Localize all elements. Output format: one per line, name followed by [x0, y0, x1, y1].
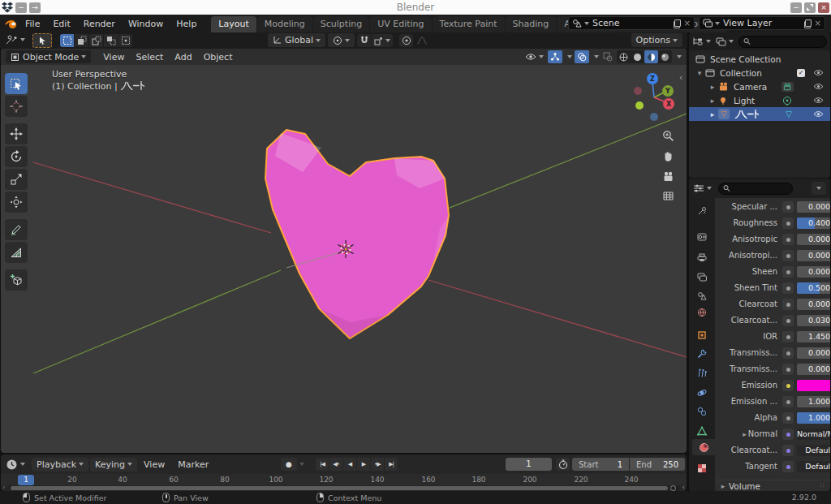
viewport-3d[interactable]: Object Mode View Select Add Object [1, 49, 687, 453]
play-button[interactable]: ▶ [357, 458, 370, 471]
camera-view-button[interactable] [659, 167, 677, 185]
properties-tab-physics[interactable] [691, 385, 713, 401]
close-icon[interactable]: × [684, 19, 691, 28]
outliner-row-collection[interactable]: ▾ Collection ✓ [689, 66, 830, 80]
shading-material-preview-button[interactable] [644, 50, 658, 63]
toolbar-cursor-tool[interactable] [5, 96, 28, 117]
expand-arrow[interactable]: › [2, 483, 6, 491]
shading-rendered-button[interactable] [658, 50, 672, 63]
socket-button[interactable] [782, 380, 794, 391]
scene-name[interactable]: Scene [589, 18, 674, 28]
outliner-filter-icon[interactable] [716, 37, 726, 46]
view-layer-name[interactable]: View Layer [720, 18, 804, 28]
chevron-down-icon[interactable] [677, 55, 682, 58]
frame-start-field[interactable]: Start 1 [572, 458, 629, 471]
xray-toggle[interactable] [601, 50, 614, 63]
properties-tab-scene[interactable] [691, 287, 713, 304]
use-preview-range-button[interactable] [556, 458, 570, 471]
socket-button[interactable] [782, 364, 794, 375]
jump-to-end-button[interactable]: ▶| [385, 458, 398, 471]
value-slider[interactable]: 1.000 [797, 412, 830, 424]
view-layer-selector[interactable]: View Layer × [699, 16, 825, 30]
proper­ties-search[interactable] [718, 183, 793, 195]
properties-tab-world[interactable] [691, 304, 713, 321]
value-slider[interactable]: 0.030 [797, 315, 830, 326]
select-mode-extend-button[interactable] [75, 34, 88, 47]
gizmo-y-axis[interactable]: Y [662, 85, 674, 97]
value-slider[interactable]: 0.000 [797, 299, 830, 310]
toolbar-select-box-tool[interactable] [5, 73, 28, 94]
auto-keying-record-button[interactable]: ● [281, 458, 297, 471]
pivot-point-dropdown[interactable] [328, 33, 355, 47]
normal-dropdown[interactable]: Normal/Map [797, 429, 830, 440]
menu-window[interactable]: Window [122, 19, 170, 29]
value-slider[interactable]: 0.000 [797, 266, 830, 278]
socket-button[interactable] [782, 299, 794, 310]
chevron-down-icon[interactable] [594, 55, 599, 58]
value-slider[interactable]: 0.500 [797, 282, 830, 294]
select-mode-intersect-button[interactable] [118, 34, 132, 47]
value-slider[interactable]: 1.000 [797, 396, 830, 407]
chevron-down-icon[interactable] [706, 40, 711, 43]
expand-right-icon[interactable]: ▸ [743, 430, 747, 438]
menu-edit[interactable]: Edit [46, 19, 76, 29]
current-frame-field[interactable]: 1 [506, 458, 552, 471]
toolbar-rotate-tool[interactable] [5, 146, 28, 167]
outliner-row-camera[interactable]: ▸ Camera [689, 80, 830, 93]
light-data-icon[interactable] [782, 96, 792, 106]
close-icon[interactable]: × [815, 19, 821, 28]
properties-tab-object[interactable] [691, 327, 713, 343]
socket-button[interactable] [782, 201, 794, 213]
tangent-dropdown[interactable]: Default [797, 461, 830, 472]
scrollbar-track[interactable] [9, 486, 679, 490]
toolbar-transform-tool[interactable] [5, 192, 28, 213]
menu-help[interactable]: Help [170, 19, 203, 29]
outliner-search-input[interactable] [751, 37, 822, 46]
viewport-menu-object[interactable]: Object [198, 52, 239, 62]
options-dropdown[interactable]: Options [631, 33, 682, 47]
properties-tab-object-data[interactable] [691, 423, 713, 439]
chevron-down-icon[interactable] [729, 40, 734, 43]
socket-button[interactable] [782, 445, 794, 456]
keying-dropdown[interactable]: Keying [90, 458, 137, 472]
socket-button[interactable] [782, 331, 794, 342]
mesh-data-icon[interactable]: ▽ [786, 110, 792, 118]
timeline-editor-type-button[interactable] [6, 459, 25, 471]
outliner-row-scene-collection[interactable]: Scene Collection [689, 52, 830, 66]
viewport-menu-add[interactable]: Add [169, 52, 197, 62]
sidebar-collapse-arrow[interactable]: ‹ [679, 73, 682, 82]
chevron-down-icon[interactable] [299, 463, 304, 466]
emission-color-swatch[interactable] [797, 380, 830, 391]
properties-search-input[interactable] [730, 184, 788, 193]
outliner-search[interactable] [738, 36, 827, 48]
eye-icon[interactable] [813, 83, 824, 90]
copy-icon[interactable] [674, 19, 681, 28]
gizmo-x-neg-axis[interactable] [634, 87, 642, 95]
properties-filter-dropdown[interactable] [812, 182, 826, 195]
proportional-edit-toggle[interactable] [399, 34, 413, 47]
playback-dropdown[interactable]: Playback [32, 458, 88, 472]
tab-modeling[interactable]: Modeling [257, 16, 312, 32]
expand-down-icon[interactable]: ▾ [695, 69, 704, 77]
gizmos-toggle[interactable] [548, 50, 562, 63]
properties-tab-tool[interactable] [691, 203, 713, 219]
snap-toggle-button[interactable] [357, 34, 371, 47]
frame-end-field[interactable]: End 250 [630, 458, 685, 471]
mode-dropdown[interactable]: Object Mode [6, 50, 91, 63]
socket-button[interactable] [782, 234, 794, 245]
socket-button[interactable] [782, 461, 794, 472]
eye-icon[interactable] [813, 97, 824, 104]
show-hide-dropdown[interactable] [523, 50, 545, 63]
tab-layout[interactable]: Layout [211, 16, 256, 32]
chevron-down-icon[interactable] [707, 187, 712, 190]
outliner-row-heart-selected[interactable]: ▸ ▽ ハート ▽ [689, 107, 830, 121]
expand-right-icon[interactable]: ▸ [708, 83, 717, 91]
timeline-menu-view[interactable]: View [137, 459, 171, 470]
properties-tab-modifiers[interactable] [691, 346, 713, 362]
toolbar-measure-tool[interactable] [5, 242, 28, 263]
tab-uv-editing[interactable]: UV Editing [370, 16, 431, 32]
toolbar-move-tool[interactable] [5, 123, 28, 144]
copy-icon[interactable] [804, 19, 812, 28]
properties-tab-render[interactable] [691, 228, 713, 244]
outliner-row-light[interactable]: ▸ Light [689, 93, 830, 107]
